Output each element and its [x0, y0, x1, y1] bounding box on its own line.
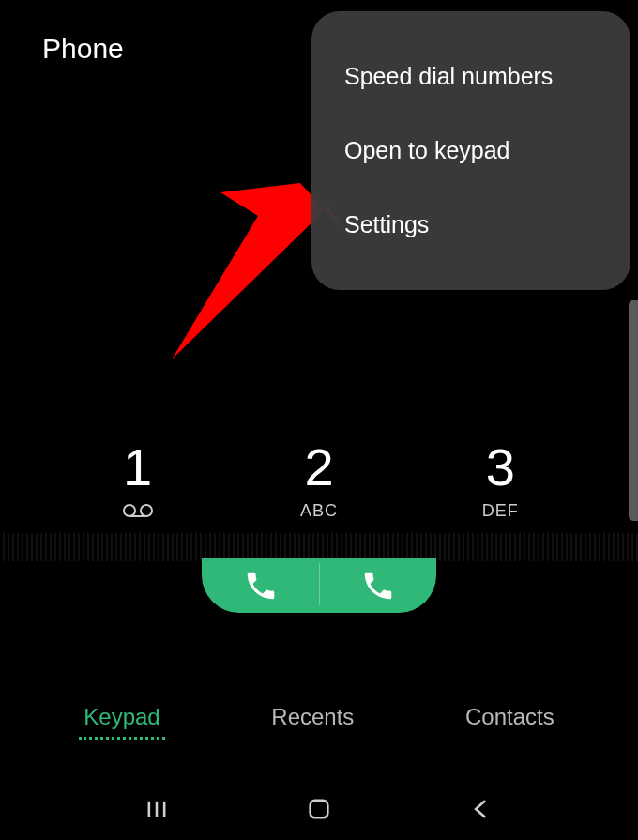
back-nav-icon[interactable] — [468, 796, 494, 826]
key-number: 1 — [123, 441, 152, 494]
divider-texture — [0, 533, 638, 561]
call-button[interactable] — [202, 558, 436, 613]
menu-item-speed-dial[interactable]: Speed dial numbers — [311, 39, 630, 114]
keypad-row: 1 2 ABC 3 DEF — [0, 441, 638, 522]
tab-contacts[interactable]: Contacts — [461, 695, 559, 740]
keypad-key-1[interactable]: 1 — [82, 441, 194, 522]
options-dropdown-menu: Speed dial numbers Open to keypad Settin… — [311, 11, 630, 290]
keypad-key-3[interactable]: 3 DEF — [444, 441, 556, 522]
home-nav-icon[interactable] — [306, 796, 332, 826]
recents-nav-icon[interactable] — [144, 796, 170, 826]
bottom-tabs: Keypad Recents Contacts — [0, 695, 638, 740]
call-divider — [319, 563, 320, 605]
key-number: 3 — [486, 441, 515, 494]
voicemail-icon — [123, 503, 153, 522]
call-button-row — [0, 558, 638, 613]
phone-icon — [243, 568, 279, 603]
key-letters: ABC — [300, 501, 338, 521]
svg-rect-8 — [311, 801, 328, 818]
key-letters: DEF — [482, 501, 519, 521]
tab-keypad[interactable]: Keypad — [79, 695, 164, 740]
system-nav-bar — [0, 796, 638, 826]
menu-item-open-keypad[interactable]: Open to keypad — [311, 114, 630, 188]
key-number: 2 — [304, 441, 333, 494]
keypad-key-2[interactable]: 2 ABC — [263, 441, 375, 522]
svg-point-2 — [124, 505, 135, 516]
svg-point-3 — [141, 505, 152, 516]
phone-icon — [360, 568, 396, 603]
menu-item-settings[interactable]: Settings — [311, 188, 630, 262]
tab-recents[interactable]: Recents — [266, 695, 358, 740]
